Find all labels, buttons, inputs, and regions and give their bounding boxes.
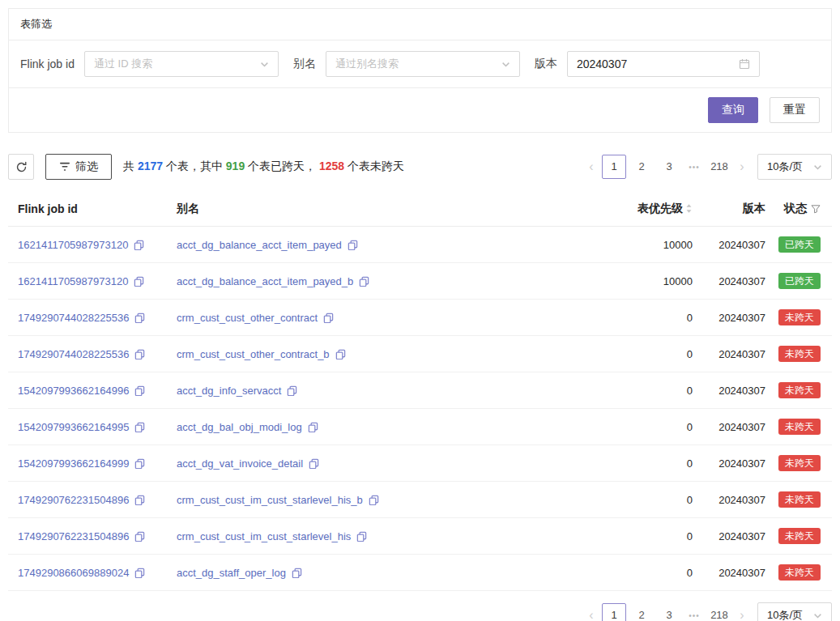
status-badge: 未跨天 (778, 455, 821, 471)
copy-icon[interactable] (323, 313, 334, 323)
query-button[interactable]: 查询 (708, 97, 758, 123)
job-id-link[interactable]: 1749290744028225536 (18, 312, 129, 324)
alias-link[interactable]: crm_cust_cust_other_contract_b (177, 348, 330, 360)
copy-icon[interactable] (134, 495, 145, 505)
page-button-last[interactable]: 218 (707, 603, 731, 621)
chevron-down-icon (260, 60, 269, 69)
alias-link[interactable]: acct_dg_balance_acct_item_payed_b (177, 275, 353, 287)
alias-select[interactable]: 通过别名搜索 (326, 51, 520, 77)
copy-icon[interactable] (287, 385, 297, 396)
page-ellipsis[interactable]: ••• (683, 163, 706, 172)
priority-cell: 0 (571, 385, 693, 397)
alias-link[interactable]: crm_cust_cust_im_cust_starlevel_his_b (177, 494, 363, 506)
chevron-left-icon[interactable]: ‹ (582, 160, 600, 174)
status-badge: 已跨天 (778, 236, 821, 253)
job-id-link[interactable]: 1542097993662164996 (18, 385, 129, 397)
page-button-2[interactable]: 2 (629, 155, 654, 179)
status-cell: 已跨天 (765, 273, 832, 289)
flink-job-id-select[interactable]: 通过 ID 搜索 (84, 51, 279, 77)
copy-icon[interactable] (356, 531, 367, 542)
alias-link[interactable]: acct_dg_bal_obj_modi_log (177, 421, 302, 433)
filter-card-header: 表筛选 (9, 9, 831, 40)
copy-icon[interactable] (134, 568, 145, 578)
sort-icon[interactable] (685, 203, 693, 214)
version-cell: 20240307 (693, 385, 765, 397)
copy-icon[interactable] (134, 240, 144, 250)
copy-icon[interactable] (308, 422, 318, 432)
copy-icon[interactable] (134, 422, 145, 432)
copy-icon[interactable] (134, 385, 145, 396)
table-toolbar: 筛选 共 2177 个表，其中 919 个表已跨天， 1258 个表未跨天 ‹ … (8, 154, 832, 180)
tables-table: Flink job id 别名 表优先级 版本 状态 1621411705987… (8, 191, 832, 591)
job-id-cell: 1749290744028225536 (8, 348, 167, 360)
page-button-1[interactable]: 1 (602, 603, 626, 621)
table-row: 1621411705987973120 acct_dg_balance_acct… (8, 227, 832, 263)
copy-icon[interactable] (134, 313, 145, 323)
job-id-link[interactable]: 1542097993662164995 (18, 421, 129, 433)
header-status[interactable]: 状态 (765, 202, 832, 216)
page-size-select[interactable]: 10条/页 (757, 154, 832, 180)
alias-link[interactable]: acct_dg_staff_oper_log (177, 567, 286, 579)
status-badge: 未跨天 (778, 419, 821, 435)
alias-cell: crm_cust_cust_im_cust_starlevel_his (167, 530, 571, 542)
job-id-link[interactable]: 1749290762231504896 (18, 530, 129, 542)
copy-icon[interactable] (134, 531, 145, 542)
priority-cell: 0 (571, 421, 693, 433)
version-date-input[interactable]: 20240307 (567, 51, 760, 77)
status-badge: 未跨天 (778, 346, 821, 362)
page-button-2[interactable]: 2 (629, 603, 654, 621)
copy-icon[interactable] (369, 495, 379, 505)
page-ellipsis[interactable]: ••• (683, 611, 706, 620)
priority-cell: 0 (571, 457, 693, 470)
summary-segment: 个表已跨天， (245, 160, 319, 172)
page-button-3[interactable]: 3 (657, 603, 681, 621)
summary-text: 共 2177 个表，其中 919 个表已跨天， 1258 个表未跨天 (123, 160, 404, 174)
header-priority[interactable]: 表优先级 (571, 202, 693, 216)
chevron-right-icon[interactable]: › (733, 608, 751, 621)
copy-icon[interactable] (348, 240, 358, 250)
job-id-link[interactable]: 1749290866069889024 (18, 567, 129, 579)
copy-icon[interactable] (335, 349, 346, 359)
alias-cell: crm_cust_cust_other_contract_b (167, 348, 571, 360)
alias-link[interactable]: crm_cust_cust_other_contract (177, 312, 318, 324)
alias-placeholder: 通过别名搜索 (335, 57, 399, 71)
filter-button[interactable]: 筛选 (45, 154, 112, 180)
copy-icon[interactable] (134, 458, 145, 469)
copy-icon[interactable] (309, 458, 319, 469)
copy-icon[interactable] (134, 349, 145, 359)
job-id-link[interactable]: 1621411705987973120 (18, 239, 128, 251)
copy-icon[interactable] (134, 276, 144, 287)
refresh-button[interactable] (8, 154, 34, 180)
chevron-right-icon[interactable]: › (733, 160, 751, 174)
alias-link[interactable]: crm_cust_cust_im_cust_starlevel_his (177, 530, 351, 542)
table-row: 1749290762231504896 crm_cust_cust_im_cus… (8, 518, 832, 555)
version-cell: 20240307 (693, 275, 765, 287)
page-button-3[interactable]: 3 (657, 155, 681, 179)
page-button-1[interactable]: 1 (602, 155, 626, 179)
copy-icon[interactable] (292, 568, 302, 578)
page-button-last[interactable]: 218 (707, 155, 731, 179)
total-count: 2177 (138, 160, 163, 172)
job-id-link[interactable]: 1749290762231504896 (18, 494, 129, 506)
version-label: 版本 (535, 57, 557, 71)
alias-link[interactable]: acct_dg_balance_acct_item_payed (177, 239, 342, 251)
table-row: 1542097993662164999 acct_dg_vat_invoice_… (8, 445, 832, 482)
funnel-icon[interactable] (811, 204, 821, 214)
job-id-link[interactable]: 1621411705987973120 (18, 275, 128, 287)
status-badge: 未跨天 (778, 528, 821, 544)
filter-button-label: 筛选 (75, 160, 98, 174)
job-id-link[interactable]: 1749290744028225536 (18, 348, 129, 360)
status-cell: 未跨天 (765, 528, 832, 544)
copy-icon[interactable] (359, 276, 369, 287)
job-id-link[interactable]: 1542097993662164999 (18, 457, 129, 470)
alias-cell: acct_dg_staff_oper_log (167, 567, 571, 579)
chevron-left-icon[interactable]: ‹ (582, 608, 600, 621)
page-size-select[interactable]: 10条/页 (757, 602, 832, 621)
calendar-icon (739, 58, 750, 70)
alias-link[interactable]: acct_dg_info_servacct (177, 385, 281, 397)
summary-segment: 个表未跨天 (344, 160, 404, 172)
reset-button[interactable]: 重置 (770, 97, 820, 123)
alias-link[interactable]: acct_dg_vat_invoice_detail (177, 457, 303, 470)
job-id-cell: 1749290866069889024 (8, 567, 167, 579)
filter-actions-row: 查询 重置 (9, 88, 831, 132)
